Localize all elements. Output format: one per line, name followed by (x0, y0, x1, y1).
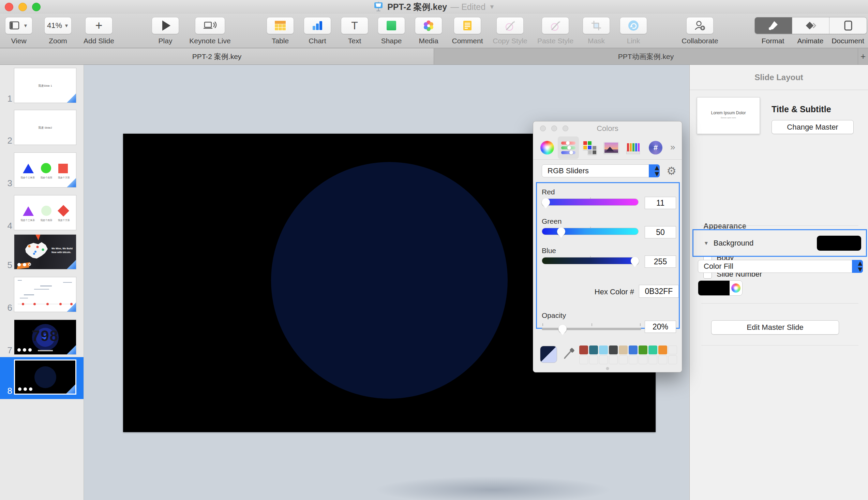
stepper-icon[interactable]: ▲▼ (852, 260, 863, 273)
new-tab-button[interactable]: + (858, 48, 868, 65)
slide-thumbnail-6[interactable] (14, 277, 77, 312)
green-slider-thumb[interactable] (557, 227, 565, 236)
pencils-tab[interactable] (623, 136, 644, 159)
slide-row-5[interactable]: 5 We Mine, We BuildNow with bitcoin. (0, 231, 83, 273)
opacity-slider[interactable] (542, 328, 641, 330)
eyedropper-icon[interactable] (562, 347, 576, 361)
red-value-field[interactable]: 11 (645, 197, 676, 209)
add-slide-button[interactable]: + Add Slide (72, 17, 126, 45)
color-swatch[interactable] (648, 345, 657, 354)
color-fill-well[interactable] (698, 280, 742, 296)
pantone-tab[interactable]: # (645, 136, 666, 159)
red-slider-thumb[interactable] (542, 198, 550, 206)
slide-row-1[interactable]: 1 我是Slide 1 (0, 65, 83, 107)
color-swatch[interactable] (599, 355, 608, 364)
toolbar: ▼ View 41%▼ Zoom + Add Slide Play Keynot… (0, 14, 868, 48)
palette-icon (583, 141, 597, 155)
slide-circle-shape[interactable] (271, 162, 508, 399)
color-swatch[interactable] (619, 355, 628, 364)
slide-row-2[interactable]: 2 我是 Slide2 (0, 107, 83, 149)
current-color-well[interactable] (540, 346, 557, 363)
color-swatch[interactable] (638, 355, 647, 364)
green-value-field[interactable]: 50 (645, 226, 676, 238)
color-swatch[interactable] (638, 345, 647, 354)
link-button[interactable]: Link (606, 17, 661, 45)
overflow-chevrons-icon[interactable]: » (670, 142, 675, 152)
master-slide-preview[interactable]: Lorem Ipsum Dolor Donec quis nunc (697, 97, 760, 134)
color-swatch[interactable] (658, 345, 667, 354)
document-tab[interactable] (829, 18, 867, 34)
color-swatch[interactable] (619, 345, 628, 354)
tab-inactive-document[interactable]: PPT动画案例.key (434, 48, 858, 65)
color-swatch[interactable] (629, 345, 638, 354)
background-section-selected[interactable]: ▼ Background (692, 229, 867, 257)
slide-thumbnail-8[interactable] (14, 360, 77, 395)
color-picker-button[interactable] (730, 281, 742, 295)
change-master-button[interactable]: Change Master (772, 120, 854, 134)
collaborate-icon (694, 20, 706, 31)
color-swatch[interactable] (668, 345, 677, 354)
triangle-shape (23, 206, 34, 216)
animate-icon (805, 21, 817, 30)
color-swatch[interactable] (648, 355, 657, 364)
color-sliders-tab[interactable] (558, 136, 579, 159)
slide-thumbnail-7[interactable]: 798 (14, 320, 77, 355)
color-swatch[interactable] (579, 355, 588, 364)
pencils-icon (626, 141, 640, 154)
slide-row-6[interactable]: 6 (0, 274, 83, 316)
keynote-live-icon (203, 21, 217, 30)
tab-active-document[interactable]: PPT-2 案例.key (0, 48, 434, 65)
edit-master-slide-button[interactable]: Edit Master Slide (711, 320, 839, 334)
hex-color-field[interactable]: 0B32FF (639, 285, 679, 298)
opacity-slider-thumb[interactable] (558, 325, 567, 333)
color-wheel-tab[interactable] (536, 136, 558, 159)
image-palettes-tab[interactable] (601, 136, 622, 159)
color-swatch[interactable] (609, 355, 618, 364)
slide-row-4[interactable]: 4 我是个三角形 我是个圆形 我是个方形 (0, 192, 83, 234)
blue-slider[interactable] (542, 257, 638, 264)
blue-slider-thumb[interactable] (631, 257, 639, 265)
slide-row-3[interactable]: 3 我是个三角形 我是个圆形 我是个方形 (0, 149, 83, 191)
color-swatch[interactable] (599, 345, 608, 354)
disclosure-triangle-icon[interactable]: ▼ (704, 240, 709, 246)
color-mode-select[interactable]: RGB Sliders ▲▼ (542, 164, 660, 177)
edited-status: — Edited (450, 2, 485, 12)
panel-resize-handle[interactable] (606, 367, 609, 370)
transition-corner-icon (67, 93, 76, 103)
animate-tab[interactable] (792, 18, 830, 34)
opacity-value-field[interactable]: 20% (645, 321, 676, 333)
slide-row-7[interactable]: 7 798 (0, 317, 83, 359)
color-swatch[interactable] (668, 355, 677, 364)
gear-icon[interactable]: ⚙ (667, 164, 676, 177)
chevron-down-icon: ▼ (23, 23, 28, 28)
color-swatch[interactable] (609, 345, 618, 354)
color-swatch[interactable] (658, 355, 667, 364)
color-swatch[interactable] (579, 345, 588, 354)
fill-type-select[interactable]: Color Fill ▲▼ (698, 260, 863, 273)
keynote-live-button[interactable]: Keynote Live (183, 17, 237, 45)
title-chevron-icon[interactable]: ▼ (489, 3, 495, 11)
slide-row-8-selected[interactable]: 8 (0, 357, 83, 399)
background-color-well[interactable] (817, 236, 861, 251)
red-slider[interactable] (542, 198, 638, 206)
colors-titlebar[interactable]: Colors (533, 122, 682, 136)
format-tab[interactable] (755, 18, 792, 34)
color-swatch[interactable] (589, 355, 598, 364)
inspector-segmented-control (754, 17, 867, 34)
sliders-icon (561, 141, 576, 154)
green-slider[interactable] (542, 228, 638, 235)
slide-thumbnail-1[interactable]: 我是Slide 1 (14, 68, 77, 103)
blue-value-field[interactable]: 255 (645, 255, 676, 268)
color-swatch[interactable] (589, 345, 598, 354)
color-palettes-tab[interactable] (579, 136, 600, 159)
stepper-icon[interactable]: ▲▼ (649, 164, 660, 177)
inspector-header: Slide Layout (690, 65, 868, 90)
current-fill-swatch[interactable] (698, 281, 730, 295)
collaborate-button[interactable]: Collaborate (673, 17, 727, 45)
slide-thumbnail-2[interactable]: 我是 Slide2 (14, 110, 77, 145)
slide-thumbnail-3[interactable]: 我是个三角形 我是个圆形 我是个方形 (14, 152, 77, 188)
slide-thumbnail-4[interactable]: 我是个三角形 我是个圆形 我是个方形 (14, 195, 77, 230)
shape-icon (386, 21, 396, 30)
slide-thumbnail-5[interactable]: We Mine, We BuildNow with bitcoin. (14, 234, 77, 270)
color-swatch[interactable] (629, 355, 638, 364)
